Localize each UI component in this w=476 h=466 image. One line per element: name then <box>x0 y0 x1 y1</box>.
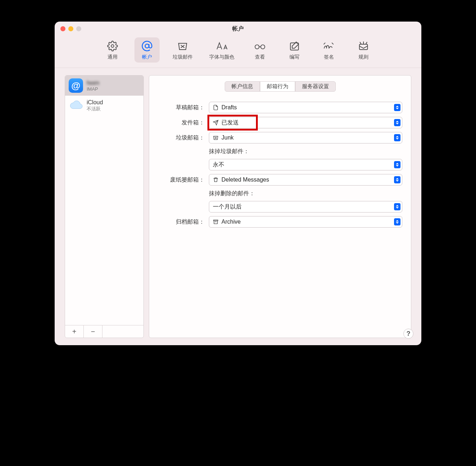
titlebar: 帐户 <box>55 22 421 36</box>
help-button[interactable]: ? <box>403 329 413 339</box>
chevron-updown-icon <box>394 119 401 126</box>
at-icon: @ <box>69 78 83 93</box>
svg-point-3 <box>261 45 265 49</box>
svg-point-1 <box>145 44 149 48</box>
account-subtitle: IMAP <box>87 86 99 92</box>
bin-icon <box>213 135 219 141</box>
close-window-button[interactable] <box>60 26 65 31</box>
zoom-window-button[interactable] <box>76 26 81 31</box>
window-title: 帐户 <box>55 25 421 33</box>
erase-trash-value: 一个月以后 <box>213 203 242 211</box>
chevron-updown-icon <box>394 104 401 111</box>
preferences-toolbar: 通用 帐户 垃圾邮件 字体与颜色 查看 <box>55 36 421 68</box>
drafts-dropdown[interactable]: Drafts <box>209 102 402 113</box>
account-list: @ hxxm IMAP iCloud 不活跃 <box>65 76 143 325</box>
drafts-value: Drafts <box>221 104 237 111</box>
chevron-updown-icon <box>394 161 401 168</box>
signature-icon <box>322 40 335 52</box>
toolbar-label: 字体与颜色 <box>209 54 234 60</box>
toolbar-viewing[interactable]: 查看 <box>247 37 273 63</box>
junk-label: 垃圾邮箱： <box>158 134 205 142</box>
chevron-updown-icon <box>394 176 401 183</box>
remove-account-button[interactable]: − <box>84 325 102 338</box>
main-panel: 帐户信息 邮箱行为 服务器设置 草稿邮箱： Drafts 发件箱： <box>149 75 411 338</box>
sidebar-actions: + − <box>65 325 143 338</box>
trash-label: 废纸篓邮箱： <box>158 176 205 184</box>
fonts-icon <box>215 40 228 52</box>
tab-server-settings[interactable]: 服务器设置 <box>295 81 336 92</box>
minimize-window-button[interactable] <box>68 26 73 31</box>
toolbar-label: 签名 <box>324 54 334 60</box>
gear-icon <box>106 40 119 52</box>
toolbar-composing[interactable]: 编写 <box>282 37 307 63</box>
account-name: hxxm <box>87 80 99 86</box>
chevron-updown-icon <box>394 203 401 210</box>
drafts-label: 草稿邮箱： <box>158 104 205 111</box>
toolbar-accounts[interactable]: 帐户 <box>134 37 160 63</box>
accounts-sidebar: @ hxxm IMAP iCloud 不活跃 + <box>65 75 144 338</box>
rules-icon <box>357 40 370 52</box>
add-account-button[interactable]: + <box>65 325 84 338</box>
archive-icon <box>213 219 219 225</box>
account-subtitle: 不活跃 <box>87 106 103 112</box>
toolbar-signatures[interactable]: 签名 <box>316 37 342 63</box>
erase-junk-dropdown[interactable]: 永不 <box>209 159 402 170</box>
sent-label: 发件箱： <box>158 119 205 127</box>
archive-value: Archive <box>221 219 241 225</box>
tabs: 帐户信息 邮箱行为 服务器设置 <box>158 81 402 92</box>
svg-point-2 <box>255 45 259 49</box>
sent-dropdown[interactable]: 已发送 <box>209 117 402 128</box>
toolbar-general[interactable]: 通用 <box>100 37 125 63</box>
preferences-window: 帐户 通用 帐户 垃圾邮件 字体与颜色 <box>55 22 421 345</box>
archive-dropdown[interactable]: Archive <box>209 216 402 228</box>
erase-junk-label: 抹掉垃圾邮件： <box>209 148 402 155</box>
toolbar-label: 帐户 <box>142 54 152 60</box>
tab-account-info[interactable]: 帐户信息 <box>225 81 260 92</box>
junk-value: Junk <box>221 134 234 141</box>
svg-rect-6 <box>214 220 218 221</box>
junk-dropdown[interactable]: Junk <box>209 132 402 143</box>
svg-point-0 <box>111 45 114 47</box>
chevron-updown-icon <box>394 134 401 141</box>
toolbar-rules[interactable]: 规则 <box>351 37 376 63</box>
document-icon <box>213 105 219 110</box>
sent-value: 已发送 <box>221 119 239 127</box>
chevron-updown-icon <box>394 218 401 225</box>
account-row-icloud[interactable]: iCloud 不活跃 <box>65 96 143 116</box>
mailbox-behaviors-form: 草稿邮箱： Drafts 发件箱： <box>158 102 402 228</box>
paperplane-icon <box>213 120 219 125</box>
toolbar-label: 查看 <box>255 54 265 60</box>
at-icon <box>141 40 154 52</box>
compose-icon <box>288 40 301 52</box>
bin-icon <box>176 40 189 52</box>
traffic-lights <box>60 26 81 31</box>
toolbar-label: 编写 <box>289 54 299 60</box>
trash-value: Deleted Messages <box>221 177 269 183</box>
tab-mailbox-behaviors[interactable]: 邮箱行为 <box>260 81 295 92</box>
glasses-icon <box>253 40 266 52</box>
erase-trash-label: 抹掉删除的邮件： <box>209 190 402 197</box>
toolbar-label: 垃圾邮件 <box>173 54 193 60</box>
toolbar-label: 规则 <box>358 54 369 60</box>
toolbar-fonts[interactable]: 字体与颜色 <box>206 37 238 63</box>
trash-icon <box>213 177 219 183</box>
erase-trash-dropdown[interactable]: 一个月以后 <box>209 201 402 213</box>
content-area: @ hxxm IMAP iCloud 不活跃 + <box>55 68 421 345</box>
erase-junk-value: 永不 <box>213 161 224 169</box>
archive-label: 归档邮箱： <box>158 218 205 226</box>
toolbar-label: 通用 <box>107 54 118 60</box>
account-name: iCloud <box>87 99 103 106</box>
cloud-icon <box>69 99 83 113</box>
toolbar-junk[interactable]: 垃圾邮件 <box>169 37 196 63</box>
account-row-imap[interactable]: @ hxxm IMAP <box>65 76 143 96</box>
trash-dropdown[interactable]: Deleted Messages <box>209 174 402 186</box>
